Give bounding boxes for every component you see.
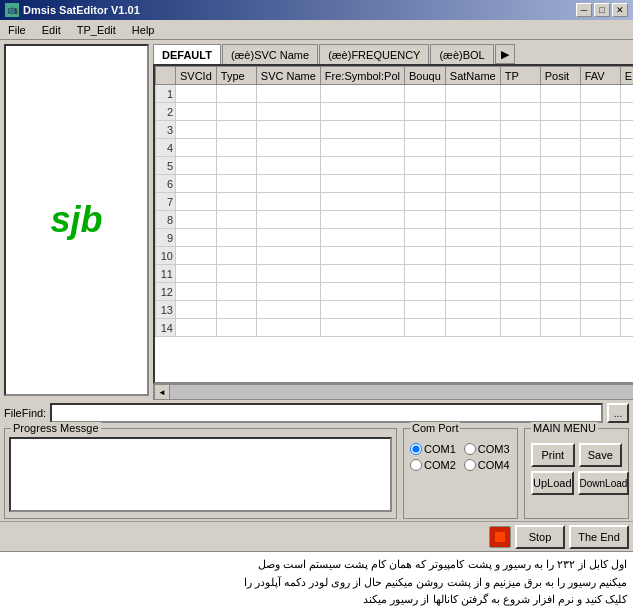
table-cell[interactable] [320, 319, 404, 337]
table-cell[interactable] [540, 193, 580, 211]
table-cell[interactable] [405, 175, 446, 193]
table-cell[interactable] [580, 319, 620, 337]
table-cell[interactable] [256, 319, 320, 337]
table-cell[interactable] [540, 139, 580, 157]
table-cell[interactable] [176, 319, 217, 337]
table-cell[interactable] [256, 139, 320, 157]
table-row[interactable]: 9 [156, 229, 634, 247]
table-cell[interactable] [405, 103, 446, 121]
table-cell[interactable] [540, 319, 580, 337]
table-cell[interactable] [256, 283, 320, 301]
table-cell[interactable] [620, 85, 633, 103]
table-row[interactable]: 1 [156, 85, 634, 103]
table-cell[interactable] [445, 229, 500, 247]
table-row[interactable]: 5 [156, 157, 634, 175]
tab-default[interactable]: DEFAULT [153, 44, 221, 64]
table-cell[interactable] [540, 229, 580, 247]
table-cell[interactable] [405, 121, 446, 139]
table-row[interactable]: 4 [156, 139, 634, 157]
table-row[interactable]: 8 [156, 211, 634, 229]
close-button[interactable]: ✕ [612, 3, 628, 17]
save-button[interactable]: Save [579, 443, 623, 467]
table-cell[interactable] [176, 301, 217, 319]
maximize-button[interactable]: □ [594, 3, 610, 17]
table-cell[interactable] [620, 319, 633, 337]
table-cell[interactable] [445, 319, 500, 337]
table-cell[interactable] [405, 229, 446, 247]
table-cell[interactable] [445, 85, 500, 103]
table-cell[interactable] [256, 247, 320, 265]
table-cell[interactable] [540, 175, 580, 193]
table-cell[interactable] [540, 157, 580, 175]
table-cell[interactable] [320, 175, 404, 193]
table-cell[interactable] [256, 193, 320, 211]
table-cell[interactable] [580, 103, 620, 121]
table-cell[interactable] [500, 139, 540, 157]
table-cell[interactable] [540, 85, 580, 103]
table-cell[interactable] [405, 265, 446, 283]
table-cell[interactable] [320, 265, 404, 283]
table-cell[interactable] [620, 175, 633, 193]
table-cell[interactable] [256, 265, 320, 283]
menu-edit[interactable]: Edit [38, 23, 65, 37]
table-cell[interactable] [405, 211, 446, 229]
table-cell[interactable] [580, 139, 620, 157]
com3-option[interactable]: COM3 [464, 443, 510, 455]
table-cell[interactable] [500, 175, 540, 193]
table-cell[interactable] [445, 103, 500, 121]
table-cell[interactable] [216, 283, 256, 301]
table-cell[interactable] [580, 265, 620, 283]
table-cell[interactable] [216, 229, 256, 247]
table-cell[interactable] [580, 121, 620, 139]
table-row[interactable]: 7 [156, 193, 634, 211]
table-cell[interactable] [216, 193, 256, 211]
file-find-input[interactable] [50, 403, 603, 423]
table-cell[interactable] [320, 211, 404, 229]
tab-frequency[interactable]: (æè)FREQUENCY [319, 44, 429, 64]
table-cell[interactable] [540, 211, 580, 229]
table-cell[interactable] [320, 139, 404, 157]
table-cell[interactable] [176, 211, 217, 229]
table-cell[interactable] [620, 301, 633, 319]
com2-radio[interactable] [410, 459, 422, 471]
com1-option[interactable]: COM1 [410, 443, 456, 455]
table-cell[interactable] [580, 85, 620, 103]
scroll-left-button[interactable]: ◄ [154, 384, 170, 400]
table-cell[interactable] [216, 265, 256, 283]
table-cell[interactable] [176, 193, 217, 211]
table-cell[interactable] [500, 265, 540, 283]
table-cell[interactable] [540, 121, 580, 139]
table-cell[interactable] [216, 139, 256, 157]
table-cell[interactable] [405, 247, 446, 265]
table-cell[interactable] [620, 157, 633, 175]
com2-option[interactable]: COM2 [410, 459, 456, 471]
table-cell[interactable] [176, 103, 217, 121]
table-cell[interactable] [320, 283, 404, 301]
table-cell[interactable] [445, 139, 500, 157]
table-cell[interactable] [256, 103, 320, 121]
com4-radio[interactable] [464, 459, 476, 471]
table-cell[interactable] [445, 157, 500, 175]
table-cell[interactable] [216, 121, 256, 139]
table-cell[interactable] [176, 283, 217, 301]
table-cell[interactable] [176, 121, 217, 139]
table-cell[interactable] [176, 85, 217, 103]
table-cell[interactable] [320, 247, 404, 265]
table-cell[interactable] [580, 229, 620, 247]
menu-help[interactable]: Help [128, 23, 159, 37]
progress-textarea[interactable] [9, 437, 392, 512]
table-cell[interactable] [216, 319, 256, 337]
table-cell[interactable] [320, 157, 404, 175]
tab-scroll-right[interactable]: ▶ [495, 44, 515, 64]
table-row[interactable]: 12 [156, 283, 634, 301]
table-row[interactable]: 2 [156, 103, 634, 121]
menu-tp-edit[interactable]: TP_Edit [73, 23, 120, 37]
table-cell[interactable] [405, 283, 446, 301]
table-cell[interactable] [500, 247, 540, 265]
table-cell[interactable] [540, 103, 580, 121]
table-cell[interactable] [620, 103, 633, 121]
table-cell[interactable] [256, 157, 320, 175]
table-cell[interactable] [580, 301, 620, 319]
menu-file[interactable]: File [4, 23, 30, 37]
table-cell[interactable] [445, 175, 500, 193]
